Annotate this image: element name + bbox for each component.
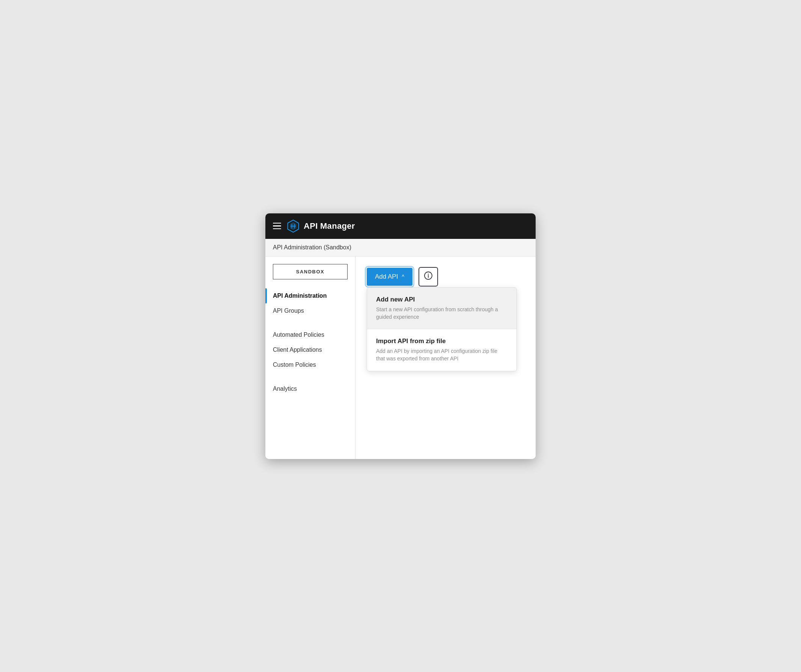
breadcrumb: API Administration (Sandbox) (273, 244, 351, 250)
content-area: Add API ^ Add new API (355, 257, 536, 459)
logo-container: API Manager (286, 220, 355, 233)
sidebar-item-api-administration[interactable]: API Administration (265, 289, 355, 303)
sidebar-item-analytics[interactable]: Analytics (265, 382, 355, 396)
menu-icon[interactable] (273, 223, 281, 229)
breadcrumb-bar: API Administration (Sandbox) (265, 239, 536, 257)
header: API Manager (265, 213, 536, 239)
dropdown-menu: Add new API Start a new API configuratio… (367, 287, 517, 371)
sidebar-item-client-applications[interactable]: Client Applications (265, 342, 355, 358)
sidebar-divider-2 (265, 372, 355, 382)
sidebar-item-api-groups[interactable]: API Groups (265, 303, 355, 318)
dropdown-item-desc-add-new: Start a new API configuration from scrat… (376, 306, 507, 321)
app-window: API Manager API Administration (Sandbox)… (265, 213, 536, 459)
dropdown-item-title-add-new: Add new API (376, 296, 507, 303)
dropdown-item-import-api[interactable]: Import API from zip file Add an API by i… (367, 329, 516, 371)
sidebar: SANDBOX API Administration API Groups Au… (265, 257, 355, 459)
app-title: API Manager (304, 221, 355, 231)
svg-point-3 (428, 274, 429, 274)
add-api-label: Add API (375, 273, 398, 281)
dropdown-item-title-import: Import API from zip file (376, 337, 507, 345)
sandbox-button[interactable]: SANDBOX (273, 264, 347, 279)
info-icon (424, 271, 433, 282)
info-button[interactable] (418, 267, 438, 287)
sidebar-item-custom-policies[interactable]: Custom Policies (265, 358, 355, 372)
add-api-button[interactable]: Add API ^ (367, 268, 412, 286)
app-logo-icon (286, 220, 300, 233)
toolbar: Add API ^ (367, 267, 524, 287)
chevron-up-icon: ^ (402, 274, 404, 280)
dropdown-item-add-new-api[interactable]: Add new API Start a new API configuratio… (367, 288, 516, 330)
sidebar-divider-1 (265, 318, 355, 327)
sidebar-nav: API Administration API Groups Automated … (265, 289, 355, 396)
dropdown-item-desc-import: Add an API by importing an API configura… (376, 347, 507, 362)
main-layout: SANDBOX API Administration API Groups Au… (265, 257, 536, 459)
sidebar-item-automated-policies[interactable]: Automated Policies (265, 327, 355, 342)
